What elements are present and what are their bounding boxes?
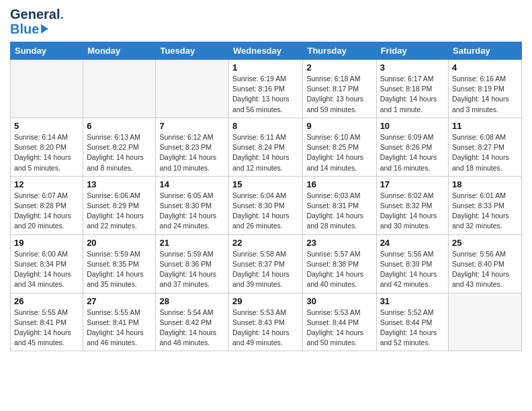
logo-general-text: General. — [10, 7, 64, 21]
calendar-day: 11Sunrise: 6:08 AMSunset: 8:27 PMDayligh… — [449, 118, 522, 176]
day-number: 31 — [380, 296, 445, 306]
day-number: 12 — [14, 179, 79, 189]
calendar-day: 9Sunrise: 6:10 AMSunset: 8:25 PMDaylight… — [303, 118, 376, 176]
calendar-day: 19Sunrise: 6:00 AMSunset: 8:34 PMDayligh… — [11, 234, 83, 293]
day-info: Sunrise: 6:05 AMSunset: 8:30 PMDaylight:… — [159, 191, 225, 232]
calendar-day: 17Sunrise: 6:02 AMSunset: 8:32 PMDayligh… — [376, 176, 448, 234]
day-number: 20 — [87, 238, 152, 248]
day-number: 19 — [14, 238, 79, 248]
day-number: 7 — [159, 121, 225, 131]
day-info: Sunrise: 5:59 AMSunset: 8:35 PMDaylight:… — [87, 249, 152, 290]
day-info: Sunrise: 6:01 AMSunset: 8:33 PMDaylight:… — [452, 191, 518, 232]
day-info: Sunrise: 5:54 AMSunset: 8:42 PMDaylight:… — [159, 308, 225, 349]
logo: General. Blue — [10, 7, 64, 36]
calendar-week-row: 1Sunrise: 6:19 AMSunset: 8:16 PMDaylight… — [11, 60, 522, 118]
day-info: Sunrise: 5:57 AMSunset: 8:38 PMDaylight:… — [306, 249, 372, 290]
logo-line1: General. — [10, 7, 64, 21]
calendar-day: 15Sunrise: 6:04 AMSunset: 8:30 PMDayligh… — [229, 176, 303, 234]
day-number: 14 — [159, 179, 225, 189]
calendar-day: 28Sunrise: 5:54 AMSunset: 8:42 PMDayligh… — [156, 293, 229, 351]
day-info: Sunrise: 6:08 AMSunset: 8:27 PMDaylight:… — [452, 132, 518, 173]
day-info: Sunrise: 5:59 AMSunset: 8:36 PMDaylight:… — [159, 249, 225, 290]
day-info: Sunrise: 6:09 AMSunset: 8:26 PMDaylight:… — [380, 132, 445, 173]
calendar-day: 6Sunrise: 6:13 AMSunset: 8:22 PMDaylight… — [83, 118, 156, 176]
day-number: 28 — [159, 296, 225, 306]
day-info: Sunrise: 6:04 AMSunset: 8:30 PMDaylight:… — [232, 191, 299, 232]
calendar-day: 25Sunrise: 5:56 AMSunset: 8:40 PMDayligh… — [449, 234, 522, 293]
day-number: 5 — [14, 121, 79, 131]
calendar-day: 10Sunrise: 6:09 AMSunset: 8:26 PMDayligh… — [376, 118, 448, 176]
calendar-day: 27Sunrise: 5:55 AMSunset: 8:41 PMDayligh… — [83, 293, 156, 351]
calendar-day: 31Sunrise: 5:52 AMSunset: 8:44 PMDayligh… — [376, 293, 448, 351]
calendar-day: 23Sunrise: 5:57 AMSunset: 8:38 PMDayligh… — [303, 234, 376, 293]
day-info: Sunrise: 6:10 AMSunset: 8:25 PMDaylight:… — [306, 132, 372, 173]
day-info: Sunrise: 6:07 AMSunset: 8:28 PMDaylight:… — [14, 191, 79, 232]
calendar-day: 5Sunrise: 6:14 AMSunset: 8:20 PMDaylight… — [11, 118, 83, 176]
calendar-day: 21Sunrise: 5:59 AMSunset: 8:36 PMDayligh… — [156, 234, 229, 293]
day-info: Sunrise: 6:00 AMSunset: 8:34 PMDaylight:… — [14, 249, 79, 290]
day-info: Sunrise: 6:17 AMSunset: 8:18 PMDaylight:… — [380, 74, 445, 115]
weekday-header: Saturday — [449, 42, 522, 60]
day-number: 30 — [306, 296, 372, 306]
day-number: 4 — [452, 62, 518, 73]
calendar-day: 3Sunrise: 6:17 AMSunset: 8:18 PMDaylight… — [376, 60, 448, 118]
calendar-week-row: 19Sunrise: 6:00 AMSunset: 8:34 PMDayligh… — [11, 234, 522, 293]
calendar-day: 18Sunrise: 6:01 AMSunset: 8:33 PMDayligh… — [449, 176, 522, 234]
calendar-day: 2Sunrise: 6:18 AMSunset: 8:17 PMDaylight… — [303, 60, 376, 118]
calendar-header: SundayMondayTuesdayWednesdayThursdayFrid… — [11, 42, 522, 60]
calendar-day: 4Sunrise: 6:16 AMSunset: 8:19 PMDaylight… — [449, 60, 522, 118]
day-number: 22 — [232, 238, 299, 248]
day-info: Sunrise: 6:13 AMSunset: 8:22 PMDaylight:… — [87, 132, 152, 173]
logo-blue-accent: . — [60, 7, 64, 21]
weekday-row: SundayMondayTuesdayWednesdayThursdayFrid… — [11, 42, 522, 60]
day-info: Sunrise: 6:18 AMSunset: 8:17 PMDaylight:… — [306, 74, 372, 115]
day-info: Sunrise: 5:52 AMSunset: 8:44 PMDaylight:… — [380, 308, 445, 349]
day-info: Sunrise: 6:03 AMSunset: 8:31 PMDaylight:… — [306, 191, 372, 232]
day-number: 27 — [87, 296, 152, 306]
day-number: 6 — [87, 121, 152, 131]
day-number: 25 — [452, 238, 518, 248]
calendar-day-empty — [83, 60, 156, 118]
day-number: 1 — [232, 62, 299, 73]
day-info: Sunrise: 6:16 AMSunset: 8:19 PMDaylight:… — [452, 74, 518, 115]
day-number: 23 — [306, 238, 372, 248]
calendar-day: 14Sunrise: 6:05 AMSunset: 8:30 PMDayligh… — [156, 176, 229, 234]
weekday-header: Thursday — [303, 42, 376, 60]
calendar-table: SundayMondayTuesdayWednesdayThursdayFrid… — [10, 42, 522, 351]
weekday-header: Wednesday — [229, 42, 303, 60]
day-number: 26 — [14, 296, 79, 306]
weekday-header: Monday — [83, 42, 156, 60]
weekday-header: Sunday — [11, 42, 83, 60]
day-number: 2 — [306, 62, 372, 73]
day-number: 16 — [306, 179, 372, 189]
day-info: Sunrise: 5:53 AMSunset: 8:44 PMDaylight:… — [306, 308, 372, 349]
day-number: 13 — [87, 179, 152, 189]
day-number: 17 — [380, 179, 445, 189]
calendar-day: 16Sunrise: 6:03 AMSunset: 8:31 PMDayligh… — [303, 176, 376, 234]
calendar-day-empty — [11, 60, 83, 118]
calendar-day: 8Sunrise: 6:11 AMSunset: 8:24 PMDaylight… — [229, 118, 303, 176]
calendar-week-row: 12Sunrise: 6:07 AMSunset: 8:28 PMDayligh… — [11, 176, 522, 234]
calendar-day: 30Sunrise: 5:53 AMSunset: 8:44 PMDayligh… — [303, 293, 376, 351]
day-info: Sunrise: 5:55 AMSunset: 8:41 PMDaylight:… — [14, 308, 79, 349]
day-info: Sunrise: 5:58 AMSunset: 8:37 PMDaylight:… — [232, 249, 299, 290]
day-info: Sunrise: 5:55 AMSunset: 8:41 PMDaylight:… — [87, 308, 152, 349]
calendar-day: 24Sunrise: 5:56 AMSunset: 8:39 PMDayligh… — [376, 234, 448, 293]
day-info: Sunrise: 5:56 AMSunset: 8:39 PMDaylight:… — [380, 249, 445, 290]
day-number: 21 — [159, 238, 225, 248]
logo-blue-text: Blue — [10, 21, 39, 36]
calendar-day: 29Sunrise: 5:53 AMSunset: 8:43 PMDayligh… — [229, 293, 303, 351]
day-info: Sunrise: 6:14 AMSunset: 8:20 PMDaylight:… — [14, 132, 79, 173]
day-number: 8 — [232, 121, 299, 131]
logo-line2: Blue — [10, 21, 64, 36]
day-number: 3 — [380, 62, 445, 73]
calendar-day: 13Sunrise: 6:06 AMSunset: 8:29 PMDayligh… — [83, 176, 156, 234]
day-info: Sunrise: 6:12 AMSunset: 8:23 PMDaylight:… — [159, 132, 225, 173]
calendar-day: 20Sunrise: 5:59 AMSunset: 8:35 PMDayligh… — [83, 234, 156, 293]
calendar-week-row: 26Sunrise: 5:55 AMSunset: 8:41 PMDayligh… — [11, 293, 522, 351]
day-info: Sunrise: 6:11 AMSunset: 8:24 PMDaylight:… — [232, 132, 299, 173]
calendar-day: 22Sunrise: 5:58 AMSunset: 8:37 PMDayligh… — [229, 234, 303, 293]
day-number: 15 — [232, 179, 299, 189]
calendar-week-row: 5Sunrise: 6:14 AMSunset: 8:20 PMDaylight… — [11, 118, 522, 176]
logo-arrow-icon — [41, 24, 48, 34]
